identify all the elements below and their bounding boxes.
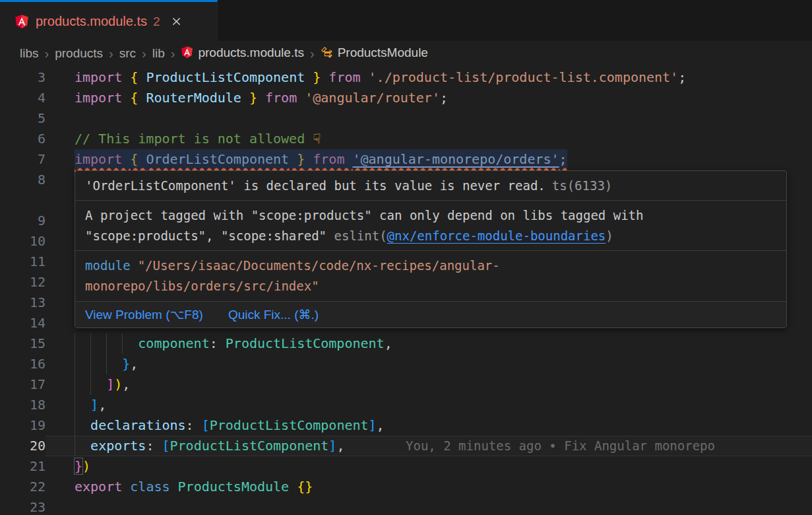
code-token: export — [75, 479, 130, 495]
code-token: component — [138, 335, 209, 351]
indent-guide — [106, 354, 107, 374]
code-token: import — [75, 90, 130, 106]
code-line-23[interactable]: 23 — [0, 497, 812, 515]
tab-title: products.module.ts — [36, 14, 147, 29]
line-number[interactable]: 11 — [0, 252, 46, 272]
code-line-6[interactable]: 6// This import is not allowed ☟ — [0, 129, 812, 149]
breadcrumb-item-symbol[interactable]: ProductsModule — [321, 46, 428, 62]
breadcrumb-item-libs[interactable]: libs — [20, 46, 39, 61]
breadcrumb-item-products[interactable]: products — [55, 46, 103, 61]
line-number[interactable]: 22 — [0, 477, 46, 497]
line-number[interactable]: 10 — [0, 231, 46, 252]
close-icon[interactable] — [171, 16, 183, 28]
view-problem-action[interactable]: View Problem (⌥F8) — [85, 307, 203, 322]
hover-message-ts-text: 'OrderListComponent' is declared but its… — [85, 178, 546, 193]
indent-guide — [75, 333, 75, 354]
line-content: import { OrderListComponent } from '@ang… — [46, 149, 812, 170]
error-squiggle: import { OrderListComponent } from '@ang… — [75, 151, 567, 167]
breadcrumb-item-lib[interactable]: lib — [152, 46, 165, 61]
code-line-3[interactable]: 3import { ProductListComponent } from '.… — [0, 67, 812, 88]
line-number[interactable]: 20 — [0, 436, 46, 456]
indent-guide — [90, 333, 91, 354]
code-line-20[interactable]: 20 exports: [ProductListComponent],You, … — [0, 436, 812, 456]
code-token: , — [130, 356, 138, 372]
indent-guide — [75, 415, 75, 436]
code-token: '@angular/router' — [305, 90, 440, 106]
line-number[interactable]: 12 — [0, 272, 46, 292]
indent-guide — [106, 333, 107, 354]
line-number[interactable]: 19 — [0, 415, 46, 436]
line-content: exports: [ProductListComponent],You, 2 m… — [46, 436, 812, 456]
code-editor[interactable]: 3import { ProductListComponent } from '.… — [0, 66, 812, 515]
code-token: , — [385, 335, 392, 351]
code-line-17[interactable]: 17 ]), — [0, 374, 812, 395]
code-token: from — [305, 151, 352, 167]
code-token: } — [241, 90, 257, 106]
code-token: { — [130, 151, 146, 167]
code-token: ☟ — [313, 131, 321, 147]
breadcrumb-item-file[interactable]: products.module.ts — [181, 46, 304, 62]
line-content: }) — [46, 456, 812, 477]
line-number[interactable]: 8 — [0, 170, 46, 190]
line-content: export class ProductsModule {} — [46, 477, 812, 497]
code-token: , — [336, 438, 344, 454]
line-number[interactable]: 4 — [0, 88, 46, 108]
line-number[interactable]: 21 — [0, 456, 46, 477]
line-number[interactable]: 18 — [0, 395, 46, 415]
indent-guide — [75, 395, 75, 415]
line-number[interactable]: 14 — [0, 313, 46, 333]
line-number[interactable]: 7 — [0, 149, 46, 170]
code-line-18[interactable]: 18 ], — [0, 395, 812, 415]
line-number[interactable]: 13 — [0, 292, 46, 313]
breadcrumb-separator: › — [142, 46, 146, 61]
code-token: {} — [297, 479, 313, 495]
code-token: ProductListComponent — [146, 69, 305, 85]
code-token: : — [186, 417, 202, 433]
code-line-4[interactable]: 4import { RouterModule } from '@angular/… — [0, 88, 812, 108]
code-token: ProductsModule — [178, 479, 297, 495]
line-number[interactable]: 15 — [0, 333, 46, 354]
tab-products-module[interactable]: products.module.ts 2 — [0, 0, 218, 41]
line-content: }, — [46, 354, 812, 374]
code-line-15[interactable]: 15 component: ProductListComponent, — [0, 333, 812, 354]
code-line-16[interactable]: 16 }, — [0, 354, 812, 374]
code-token: ; — [559, 151, 567, 167]
code-token: , — [122, 376, 130, 392]
code-token: ; — [440, 90, 448, 106]
code-token: import — [75, 151, 130, 167]
code-token: exports — [90, 438, 146, 454]
line-content: declarations: [ProductListComponent], — [46, 415, 812, 436]
breadcrumb-separator: › — [171, 46, 175, 61]
breadcrumb-separator: › — [310, 46, 315, 61]
eslint-rule-link[interactable]: @nx/enforce-module-boundaries — [387, 228, 606, 243]
line-number[interactable]: 9 — [0, 211, 46, 231]
code-line-21[interactable]: 21}) — [0, 456, 812, 477]
code-token: // This import is not allowed — [75, 131, 313, 147]
line-content — [46, 497, 812, 515]
breadcrumb-item-src[interactable]: src — [119, 46, 136, 61]
code-token: ] — [369, 417, 377, 433]
line-number[interactable]: 5 — [0, 108, 46, 129]
line-number[interactable]: 3 — [0, 67, 46, 88]
indent-guide — [75, 374, 75, 395]
code-line-7[interactable]: 7import { OrderListComponent } from '@an… — [0, 149, 812, 170]
git-blame-annotation: You, 2 minutes ago • Fix Angular monorep… — [406, 436, 715, 456]
code-line-19[interactable]: 19 declarations: [ProductListComponent], — [0, 415, 812, 436]
line-number[interactable] — [0, 190, 46, 211]
line-content: import { RouterModule } from '@angular/r… — [46, 88, 812, 108]
hover-message-eslint: A project tagged with "scope:products" c… — [75, 201, 786, 251]
code-token: , — [98, 397, 106, 413]
indent-guide — [75, 354, 75, 374]
code-line-5[interactable]: 5 — [0, 108, 812, 129]
line-number[interactable]: 16 — [0, 354, 46, 374]
quick-fix-action[interactable]: Quick Fix... (⌘.) — [228, 307, 319, 322]
line-number[interactable]: 23 — [0, 497, 46, 515]
code-token: { — [130, 69, 146, 85]
line-number[interactable]: 17 — [0, 374, 46, 395]
line-number[interactable]: 6 — [0, 129, 46, 149]
indent-guide — [90, 374, 91, 395]
code-line-22[interactable]: 22export class ProductsModule {} — [0, 477, 812, 497]
hover-status-bar: View Problem (⌥F8) Quick Fix... (⌘.) — [75, 302, 786, 327]
line-content: ], — [46, 395, 812, 415]
class-symbol-icon — [321, 46, 333, 62]
